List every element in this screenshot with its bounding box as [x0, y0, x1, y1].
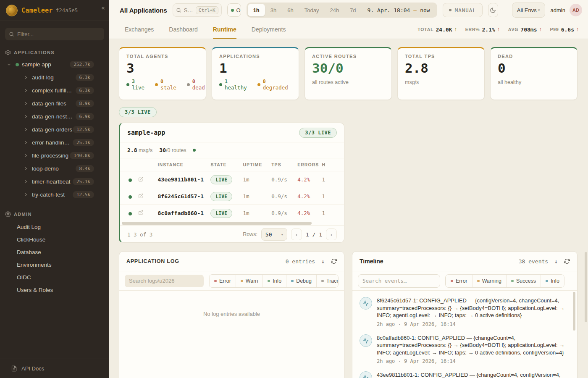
chevron-right-icon[interactable] — [24, 179, 28, 184]
sidebar-route-item[interactable]: loop-demo 8.4k — [0, 162, 109, 175]
app-routes-label: /0 routes — [166, 147, 186, 153]
sidebar-route-item[interactable]: data-gen-orders 12.5k — [0, 123, 109, 136]
refresh-mode-button[interactable]: MANUAL — [443, 3, 483, 17]
sidebar-route-item[interactable]: data-gen-neste… 6.9k — [0, 110, 109, 123]
log-level-filter-button[interactable]: Debug — [286, 275, 316, 287]
chevron-down-icon[interactable] — [7, 62, 11, 67]
sidebar-route-item[interactable]: file-processing 140.8k — [0, 149, 109, 162]
log-level-filter-button[interactable]: Trace — [316, 275, 339, 287]
avatar[interactable]: AD — [570, 4, 582, 16]
sidebar-route-item[interactable]: try-catch-test 12.5k — [0, 188, 109, 201]
substat: 0 degraded — [257, 79, 288, 91]
table-footer: 1-3 of 3 Rows: 50 ▾ ‹ 1 / 1 › — [120, 225, 344, 243]
timeline-filter-button[interactable]: Warning — [472, 275, 506, 287]
chevron-right-icon[interactable] — [24, 101, 28, 106]
app-panel-title[interactable]: sample-app — [127, 129, 165, 136]
log-search[interactable] — [125, 275, 204, 287]
instance-row[interactable]: 8c0affadb860-1 LIVE 1m 0.9/s 4.2% 1 — [120, 205, 344, 221]
api-docs-link[interactable]: API Docs — [0, 359, 109, 378]
external-link-icon[interactable] — [138, 210, 144, 215]
sidebar-route-item[interactable]: timer-heartbeat 25.1k — [0, 175, 109, 188]
env-select[interactable]: All Envs ▾ — [512, 3, 545, 18]
timeline-scrollbar[interactable] — [573, 292, 575, 331]
tab[interactable]: Dashboard — [169, 20, 198, 39]
chevron-right-icon[interactable] — [24, 140, 28, 145]
instance-row[interactable]: 43ee9811b801-1 LIVE 1m 0.9/s 4.2% 1 — [120, 171, 344, 188]
time-range-to: now — [420, 7, 430, 13]
sidebar-admin-item[interactable]: Environments — [0, 258, 109, 271]
refresh-icon[interactable] — [331, 258, 337, 264]
refresh-icon[interactable] — [564, 258, 570, 264]
sidebar-filter[interactable] — [5, 28, 104, 40]
sidebar-route-item[interactable]: error-handling-… 25.1k — [0, 136, 109, 149]
sidebar-route-item[interactable]: complex-fulfillm… 6.3k — [0, 84, 109, 97]
log-search-input[interactable] — [129, 278, 200, 284]
chevron-right-icon[interactable] — [24, 166, 28, 171]
instance-uptime: 1m — [243, 176, 271, 183]
global-search[interactable]: Ctrl+K — [173, 3, 222, 17]
external-link-icon[interactable] — [138, 193, 144, 199]
tab[interactable]: Exchanges — [125, 20, 154, 39]
sidebar-admin-item[interactable]: ClickHouse — [0, 233, 109, 246]
time-range-button[interactable]: 6h — [282, 4, 299, 16]
time-range-button[interactable]: Today — [299, 4, 325, 16]
timeline-search[interactable] — [358, 274, 440, 288]
tab[interactable]: Runtime — [213, 20, 236, 39]
theme-toggle-button[interactable] — [488, 3, 498, 17]
next-page-button[interactable]: › — [326, 228, 337, 240]
external-link-icon[interactable] — [138, 176, 144, 182]
table-horizontal-scrollbar[interactable] — [122, 222, 342, 225]
download-icon[interactable]: ↓ — [321, 258, 325, 265]
tab[interactable]: Deployments — [252, 20, 286, 39]
timeline-event[interactable]: 8f6245c61d57-1: CONFIG_APPLIED — {config… — [360, 297, 566, 327]
route-name: timer-heartbeat — [32, 178, 71, 185]
sidebar-admin-item[interactable]: Users & Roles — [0, 284, 109, 296]
time-range-button[interactable]: 3h — [265, 4, 282, 16]
timeline-event[interactable]: 43ee9811b801-1: CONFIG_APPLIED — {change… — [360, 371, 566, 378]
log-panel-title: APPLICATION LOG — [126, 258, 179, 264]
sidebar-item-sample-app[interactable]: sample app 252.7k — [0, 58, 109, 71]
time-range-button[interactable]: 7d — [344, 4, 361, 16]
connection-status-pill[interactable]: O — [227, 3, 241, 17]
timeline-event[interactable]: 8c0affadb860-1: CONFIG_APPLIED — {change… — [360, 334, 566, 365]
sidebar-route-item[interactable]: audit-log 6.3k — [0, 71, 109, 84]
log-level-filter-button[interactable]: Info — [262, 275, 286, 287]
timeline-filter-button[interactable]: Success — [506, 275, 541, 287]
card-subtitle: all healthy — [498, 79, 570, 85]
time-range-button[interactable]: 1h — [248, 4, 265, 16]
log-level-filter-button[interactable]: Error — [209, 275, 236, 287]
activity-icon — [360, 297, 372, 310]
kpi-label: ERR% — [465, 27, 480, 32]
chevron-right-icon[interactable] — [24, 114, 28, 119]
sidebar-admin-item[interactable]: Database — [0, 246, 109, 258]
card-subtitle: msg/s — [405, 79, 477, 85]
sidebar-admin-item[interactable]: Audit Log — [0, 220, 109, 233]
timeline-filter-button[interactable]: Info — [541, 275, 564, 287]
global-search-input[interactable] — [184, 7, 193, 13]
timeline-filter-button[interactable]: Error — [446, 275, 472, 287]
chevron-right-icon[interactable] — [24, 127, 28, 132]
kpi-item: P99 6.6s ↑ — [550, 26, 579, 33]
substat-value: 3 — [132, 79, 144, 84]
instance-row[interactable]: 8f6245c61d57-1 LIVE 1m 0.9/s 4.2% 1 — [120, 188, 344, 205]
chevron-right-icon[interactable] — [24, 75, 28, 80]
kpi-value: 6.6s — [561, 26, 574, 33]
time-range-button[interactable]: 24h — [324, 4, 344, 16]
sidebar-filter-input[interactable] — [17, 31, 100, 37]
log-level-filter-button[interactable]: Warn — [236, 275, 262, 287]
sidebar-admin-item[interactable]: OIDC — [0, 271, 109, 284]
live-summary-badge[interactable]: 3/3 LIVE — [119, 107, 157, 117]
chevron-right-icon[interactable] — [24, 153, 28, 158]
page-scrollbar[interactable] — [585, 252, 587, 322]
sidebar-route-item[interactable]: data-gen-files 8.9k — [0, 97, 109, 110]
time-range-display[interactable]: 9. Apr. 18:04 — now — [362, 7, 436, 13]
prev-page-button[interactable]: ‹ — [291, 228, 302, 240]
sidebar-collapse-icon[interactable]: « — [101, 4, 105, 12]
card-value: 3 — [126, 61, 199, 75]
chevron-right-icon[interactable] — [24, 88, 28, 93]
app-routes-value: 30 — [159, 147, 166, 153]
timeline-search-input[interactable] — [362, 278, 436, 284]
chevron-right-icon[interactable] — [24, 192, 28, 197]
download-icon[interactable]: ↓ — [554, 258, 558, 265]
rows-per-page-select[interactable]: 50 ▾ — [261, 228, 287, 241]
